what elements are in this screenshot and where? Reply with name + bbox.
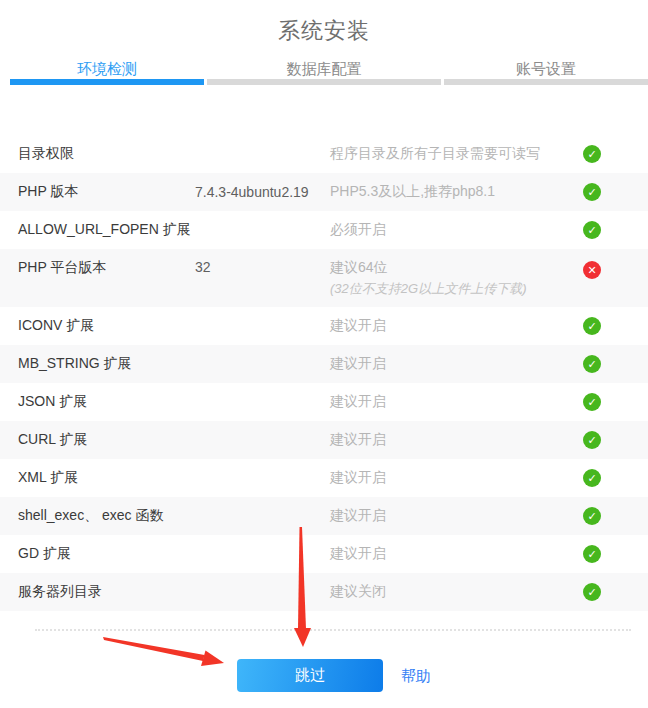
environment-check-table: 目录权限 程序目录及所有子目录需要可读写 ✓ PHP 版本 7.4.3-4ubu…	[0, 135, 648, 611]
step-tabs: 环境检测 数据库配置 账号设置	[10, 60, 648, 96]
tab-environment-check[interactable]: 环境检测	[10, 60, 204, 96]
check-description: 建议开启	[330, 355, 583, 373]
table-row: GD 扩展 建议开启 ✓	[0, 535, 648, 573]
tab-progress-bar	[207, 79, 441, 85]
check-label: shell_exec、 exec 函数	[18, 507, 195, 525]
check-description: 程序目录及所有子目录需要可读写	[330, 145, 583, 163]
check-description: 建议开启	[330, 393, 583, 411]
check-circle-icon: ✓	[583, 221, 601, 239]
check-label: MB_STRING 扩展	[18, 355, 195, 373]
check-label: PHP 平台版本	[18, 257, 195, 277]
check-circle-icon: ✓	[583, 317, 601, 335]
check-description: 建议开启	[330, 469, 583, 487]
check-label: GD 扩展	[18, 545, 195, 563]
tab-label: 账号设置	[444, 60, 648, 79]
check-description: 建议64位 (32位不支持2G以上文件上传下载)	[330, 257, 583, 299]
table-row: PHP 平台版本 32 建议64位 (32位不支持2G以上文件上传下载) ✕	[0, 249, 648, 307]
skip-button[interactable]: 跳过	[237, 659, 383, 692]
check-label: 目录权限	[18, 145, 195, 163]
check-description: 建议开启	[330, 431, 583, 449]
check-description: 建议开启	[330, 545, 583, 563]
check-circle-icon: ✓	[583, 469, 601, 487]
check-label: CURL 扩展	[18, 431, 195, 449]
table-row: ICONV 扩展 建议开启 ✓	[0, 307, 648, 345]
install-page: 系统安装 环境检测 数据库配置 账号设置 目录权限 程序目录及所有子目录需要可读…	[0, 0, 648, 708]
table-row: JSON 扩展 建议开启 ✓	[0, 383, 648, 421]
tab-account-settings[interactable]: 账号设置	[444, 60, 648, 96]
table-row: PHP 版本 7.4.3-4ubuntu2.19 PHP5.3及以上,推荐php…	[0, 173, 648, 211]
check-circle-icon: ✓	[583, 145, 601, 163]
table-row: CURL 扩展 建议开启 ✓	[0, 421, 648, 459]
check-label: JSON 扩展	[18, 393, 195, 411]
tab-progress-bar-active	[10, 79, 204, 85]
check-circle-icon: ✓	[583, 183, 601, 201]
check-label: XML 扩展	[18, 469, 195, 487]
dotted-divider	[35, 629, 631, 631]
check-circle-icon: ✓	[583, 355, 601, 373]
check-circle-icon: ✓	[583, 393, 601, 411]
check-label: ICONV 扩展	[18, 317, 195, 335]
table-row: ALLOW_URL_FOPEN 扩展 必须开启 ✓	[0, 211, 648, 249]
check-description: 必须开启	[330, 221, 583, 239]
table-row: XML 扩展 建议开启 ✓	[0, 459, 648, 497]
check-label: 服务器列目录	[18, 583, 195, 601]
check-label: PHP 版本	[18, 183, 195, 201]
check-value: 32	[195, 257, 330, 277]
table-row: 目录权限 程序目录及所有子目录需要可读写 ✓	[0, 135, 648, 173]
check-label: ALLOW_URL_FOPEN 扩展	[18, 221, 195, 239]
table-row: MB_STRING 扩展 建议开启 ✓	[0, 345, 648, 383]
table-row: shell_exec、 exec 函数 建议开启 ✓	[0, 497, 648, 535]
help-link[interactable]: 帮助	[401, 659, 431, 692]
annotation-arrow-diagonal-icon	[103, 637, 224, 666]
tab-progress-bar	[444, 79, 648, 85]
tab-database-config[interactable]: 数据库配置	[207, 60, 441, 96]
check-description: 建议开启	[330, 507, 583, 525]
tab-label: 环境检测	[10, 60, 204, 79]
check-circle-icon: ✓	[583, 431, 601, 449]
check-description-note: (32位不支持2G以上文件上传下载)	[330, 279, 583, 299]
check-circle-icon: ✓	[583, 507, 601, 525]
check-description: 建议开启	[330, 317, 583, 335]
page-title: 系统安装	[0, 16, 648, 46]
table-row: 服务器列目录 建议关闭 ✓	[0, 573, 648, 611]
check-circle-icon: ✓	[583, 545, 601, 563]
check-value: 7.4.3-4ubuntu2.19	[195, 184, 330, 200]
check-description: 建议关闭	[330, 583, 583, 601]
x-circle-icon: ✕	[583, 261, 601, 279]
check-circle-icon: ✓	[583, 583, 601, 601]
check-description: PHP5.3及以上,推荐php8.1	[330, 183, 583, 201]
tab-label: 数据库配置	[207, 60, 441, 79]
check-description-text: 建议64位	[330, 257, 583, 277]
